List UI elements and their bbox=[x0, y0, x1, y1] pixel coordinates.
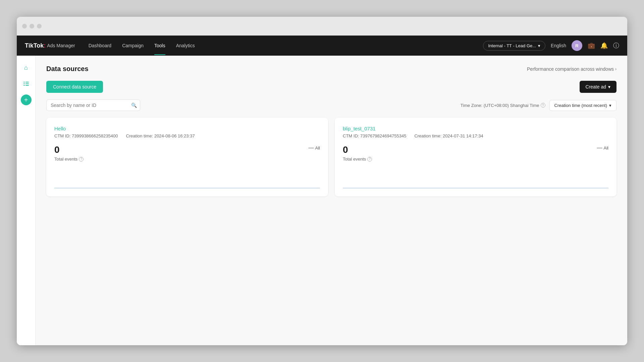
card-ctm-id-hello: CTM ID: 7399938666258235400 bbox=[54, 133, 118, 138]
card-name-blip[interactable]: blip_test_0731 bbox=[343, 126, 608, 131]
nav-tools[interactable]: Tools bbox=[154, 36, 165, 55]
brand-ads: Ads Manager bbox=[47, 43, 75, 48]
total-events-info-icon-hello[interactable]: ? bbox=[79, 157, 84, 162]
all-badge-blip[interactable]: — All bbox=[597, 145, 608, 150]
svg-rect-5 bbox=[25, 85, 29, 86]
card-stat-block-hello: 0 Total events ? bbox=[54, 145, 84, 162]
svg-rect-1 bbox=[25, 82, 29, 82]
total-events-info-icon-blip[interactable]: ? bbox=[367, 157, 372, 162]
content-area: Data sources Performance comparison acro… bbox=[36, 56, 627, 345]
svg-rect-2 bbox=[23, 83, 25, 84]
toolbar: Connect data source Create ad ▾ bbox=[46, 81, 616, 93]
card-creation-time-hello: Creation time: 2024-08-06 16:23:37 bbox=[126, 133, 195, 138]
help-icon[interactable]: ⓘ bbox=[613, 42, 619, 50]
chart-line-hello bbox=[54, 188, 320, 188]
sidebar-add[interactable]: + bbox=[21, 95, 32, 105]
card-name-hello[interactable]: Hello bbox=[54, 126, 320, 131]
traffic-light-close[interactable] bbox=[22, 24, 27, 28]
card-stats-hello: 0 Total events ? — All bbox=[54, 145, 320, 162]
total-events-value-blip: 0 bbox=[343, 145, 372, 155]
search-icon: 🔍 bbox=[131, 103, 137, 108]
total-events-label-hello: Total events ? bbox=[54, 157, 84, 162]
all-badge-hello[interactable]: — All bbox=[309, 145, 320, 150]
card-chart-hello bbox=[54, 175, 320, 188]
brand-tiktok: TikTok: bbox=[25, 42, 46, 49]
search-input[interactable] bbox=[46, 100, 140, 111]
chart-line-blip bbox=[343, 188, 608, 188]
sidebar: ⌂ + bbox=[17, 56, 36, 345]
account-selector[interactable]: Internal - TT - Lead Ge... ▾ bbox=[483, 41, 545, 51]
cards-grid: Hello CTM ID: 7399938666258235400 Creati… bbox=[46, 118, 616, 196]
card-stat-block-blip: 0 Total events ? bbox=[343, 145, 372, 162]
timezone-info-icon[interactable]: ? bbox=[541, 103, 545, 108]
svg-rect-3 bbox=[25, 83, 29, 84]
connect-data-source-button[interactable]: Connect data source bbox=[46, 81, 103, 93]
traffic-light-minimize[interactable] bbox=[30, 24, 34, 28]
minus-icon-hello: — bbox=[309, 145, 314, 150]
top-nav: TikTok: Ads Manager Dashboard Campaign T… bbox=[17, 36, 627, 56]
sidebar-home[interactable]: ⌂ bbox=[19, 61, 33, 74]
search-box: 🔍 bbox=[46, 100, 140, 111]
card-ctm-id-blip: CTM ID: 7397679824694755345 bbox=[343, 133, 406, 138]
timezone-label: Time Zone: (UTC+08:00) Shanghai Time ? bbox=[461, 103, 545, 108]
page-title: Data sources bbox=[46, 65, 89, 73]
chevron-down-icon: ▾ bbox=[538, 43, 540, 48]
create-ad-button[interactable]: Create ad ▾ bbox=[580, 81, 616, 93]
avatar[interactable]: R bbox=[572, 40, 582, 51]
card-stats-blip: 0 Total events ? — All bbox=[343, 145, 608, 162]
page-header: Data sources Performance comparison acro… bbox=[46, 65, 616, 73]
data-card-blip: blip_test_0731 CTM ID: 73976798246947553… bbox=[335, 118, 616, 196]
sort-dropdown[interactable]: Creation time (most recent) ▾ bbox=[549, 100, 617, 111]
main-layout: ⌂ + Data sources Performance comparison bbox=[17, 56, 627, 345]
brand: TikTok: Ads Manager bbox=[25, 42, 75, 49]
nav-dashboard[interactable]: Dashboard bbox=[89, 36, 112, 55]
nav-right: Internal - TT - Lead Ge... ▾ English R 💼… bbox=[483, 40, 619, 51]
nav-items: Dashboard Campaign Tools Analytics bbox=[89, 36, 483, 55]
language-selector[interactable]: English bbox=[551, 43, 566, 48]
filter-right: Time Zone: (UTC+08:00) Shanghai Time ? C… bbox=[461, 100, 616, 111]
traffic-light-maximize[interactable] bbox=[37, 24, 42, 28]
svg-rect-4 bbox=[23, 85, 25, 86]
chevron-right-icon: › bbox=[615, 67, 616, 71]
performance-comparison-link[interactable]: Performance comparison across windows › bbox=[527, 66, 616, 72]
card-chart-blip bbox=[343, 175, 608, 188]
card-meta-hello: CTM ID: 7399938666258235400 Creation tim… bbox=[54, 133, 320, 138]
title-bar bbox=[17, 17, 627, 36]
data-card-hello: Hello CTM ID: 7399938666258235400 Creati… bbox=[46, 118, 328, 196]
total-events-value-hello: 0 bbox=[54, 145, 84, 155]
total-events-label-blip: Total events ? bbox=[343, 157, 372, 162]
sort-chevron-down-icon: ▾ bbox=[609, 103, 611, 108]
nav-analytics[interactable]: Analytics bbox=[176, 36, 195, 55]
minus-icon-blip: — bbox=[597, 145, 602, 150]
card-meta-blip: CTM ID: 7397679824694755345 Creation tim… bbox=[343, 133, 608, 138]
filter-bar: 🔍 Time Zone: (UTC+08:00) Shanghai Time ?… bbox=[46, 100, 616, 111]
svg-rect-0 bbox=[23, 82, 25, 82]
card-creation-time-blip: Creation time: 2024-07-31 14:17:34 bbox=[414, 133, 483, 138]
bell-icon[interactable]: 🔔 bbox=[600, 42, 608, 49]
sidebar-list[interactable] bbox=[19, 77, 33, 90]
chevron-down-icon: ▾ bbox=[608, 84, 610, 89]
briefcase-icon[interactable]: 💼 bbox=[588, 42, 595, 49]
nav-campaign[interactable]: Campaign bbox=[122, 36, 144, 55]
